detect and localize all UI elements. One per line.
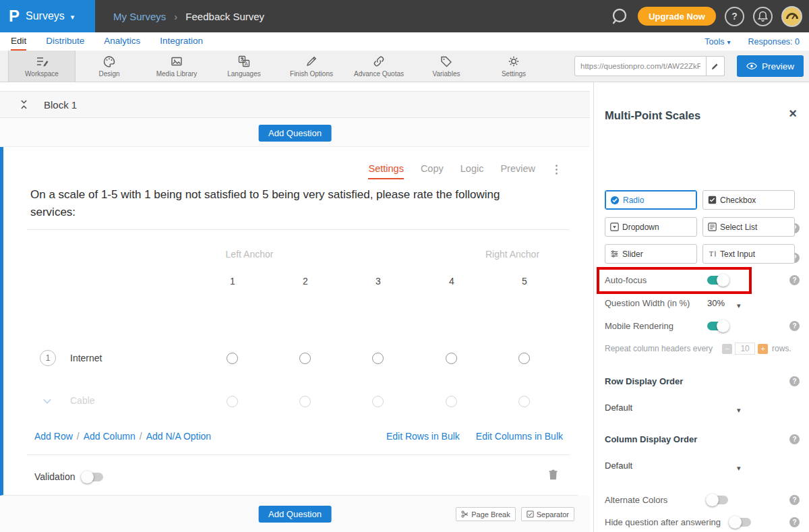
radio-internet-1[interactable] bbox=[227, 353, 238, 364]
row-label-internet[interactable]: Internet bbox=[70, 353, 102, 363]
column-header-4[interactable]: 4 bbox=[435, 276, 469, 287]
add-question-button-top[interactable]: Add Question bbox=[258, 125, 332, 142]
radio-internet-2[interactable] bbox=[299, 353, 311, 364]
tab-distribute[interactable]: Distribute bbox=[46, 32, 84, 51]
validation-toggle[interactable] bbox=[82, 473, 103, 481]
notifications-button[interactable] bbox=[753, 7, 773, 26]
product-switcher[interactable]: P Surveys ▾ bbox=[0, 0, 95, 32]
add-row-link[interactable]: Add Row bbox=[34, 431, 73, 442]
edit-columns-in-bulk-link[interactable]: Edit Columns in Bulk bbox=[476, 431, 563, 442]
help-icon[interactable]: ? bbox=[789, 517, 800, 527]
toolbar-item-media-library[interactable]: Media Library bbox=[143, 51, 210, 82]
question-tab-settings[interactable]: Settings bbox=[368, 163, 403, 179]
radio-internet-3[interactable] bbox=[372, 353, 384, 364]
row-display-order-select[interactable]: Default ▾ bbox=[605, 401, 800, 414]
radio-internet-4[interactable] bbox=[446, 353, 457, 364]
alternate-colors-toggle[interactable] bbox=[707, 496, 728, 504]
edit-url-button[interactable] bbox=[707, 56, 725, 76]
share-url-input[interactable] bbox=[574, 56, 707, 76]
radio-internet-5[interactable] bbox=[518, 353, 530, 364]
answer-type-dropdown[interactable]: Dropdown bbox=[605, 217, 697, 237]
repeat-headers-input[interactable] bbox=[735, 343, 755, 355]
column-display-order-select[interactable]: Default ▾ bbox=[605, 459, 800, 472]
radio-cable-3[interactable] bbox=[372, 396, 384, 407]
gauge-icon bbox=[784, 8, 800, 24]
column-header-1[interactable]: 1 bbox=[216, 276, 249, 287]
add-question-button-bottom[interactable]: Add Question bbox=[258, 506, 332, 523]
breadcrumb-my-surveys[interactable]: My Surveys bbox=[113, 11, 166, 22]
tools-menu[interactable]: Tools▾ bbox=[705, 37, 730, 47]
responses-count[interactable]: Responses: 0 bbox=[748, 37, 800, 47]
answer-type-radio[interactable]: Radio bbox=[605, 190, 697, 210]
tab-analytics[interactable]: Analytics bbox=[104, 32, 140, 51]
add-na-option-link[interactable]: Add N/A Option bbox=[146, 431, 212, 442]
tab-edit[interactable]: Edit bbox=[11, 32, 26, 51]
help-icon[interactable]: ? bbox=[789, 376, 800, 386]
separator-icon bbox=[527, 510, 534, 518]
tab-integration[interactable]: Integration bbox=[160, 32, 203, 51]
help-icon[interactable]: ? bbox=[789, 275, 800, 285]
question-tab-logic[interactable]: Logic bbox=[460, 163, 484, 179]
upgrade-now-button[interactable]: Upgrade Now bbox=[638, 7, 716, 26]
user-avatar[interactable] bbox=[781, 6, 802, 27]
help-icon[interactable]: ? bbox=[789, 495, 800, 505]
hide-question-toggle[interactable] bbox=[730, 518, 751, 527]
slash-separator: / bbox=[140, 431, 142, 442]
divider bbox=[27, 229, 570, 230]
row-label-cable[interactable]: Cable bbox=[70, 395, 95, 406]
search-icon[interactable] bbox=[611, 7, 629, 26]
question-width-value[interactable]: 30% bbox=[707, 298, 725, 308]
question-text[interactable]: On a scale of 1-5 with 1 being not satis… bbox=[30, 186, 548, 222]
increment-button[interactable]: + bbox=[758, 344, 768, 354]
toolbar-item-variables[interactable]: Variables bbox=[413, 51, 480, 82]
auto-focus-label: Auto-focus bbox=[605, 275, 647, 285]
toolbar-item-settings[interactable]: Settings bbox=[480, 51, 547, 82]
preview-button[interactable]: Preview bbox=[737, 55, 804, 77]
help-icon[interactable]: ? bbox=[789, 321, 800, 331]
edit-rows-in-bulk-link[interactable]: Edit Rows in Bulk bbox=[386, 431, 460, 442]
question-tab-copy[interactable]: Copy bbox=[421, 163, 444, 179]
help-button[interactable]: ? bbox=[725, 7, 744, 26]
separator-button[interactable]: Separator bbox=[521, 507, 574, 521]
right-anchor-label[interactable]: Right Anchor bbox=[465, 249, 560, 260]
answer-type-slider[interactable]: Slider bbox=[605, 244, 697, 264]
toolbar-item-design[interactable]: Design bbox=[76, 51, 143, 82]
row-number-badge[interactable]: 1 bbox=[40, 350, 56, 366]
radio-cable-1[interactable] bbox=[227, 396, 238, 407]
delete-question-button[interactable] bbox=[547, 468, 559, 483]
question-width-row: Question Width (in %) 30% ▾ bbox=[605, 296, 800, 309]
answer-type-checkbox[interactable]: Checkbox bbox=[702, 190, 795, 210]
mobile-rendering-toggle[interactable] bbox=[707, 322, 728, 330]
translate-icon: A bbox=[237, 55, 251, 68]
check-circle-icon bbox=[610, 196, 620, 205]
repeat-headers-row: Repeat column headers every − + rows. bbox=[605, 342, 800, 355]
toolbar-item-languages[interactable]: A Languages bbox=[210, 51, 278, 82]
chevron-down-icon[interactable]: ▾ bbox=[737, 301, 741, 310]
radio-cable-2[interactable] bbox=[299, 396, 311, 407]
answer-type-select-list[interactable]: Select List bbox=[702, 217, 795, 237]
toolbar-item-finish-options[interactable]: Finish Options bbox=[278, 51, 345, 82]
toolbar-item-advance-quotas[interactable]: Advance Quotas bbox=[345, 51, 413, 82]
radio-cable-4[interactable] bbox=[446, 396, 457, 407]
chevron-down-icon: ▾ bbox=[727, 38, 731, 46]
block-title: Block 1 bbox=[44, 99, 77, 111]
radio-cable-5[interactable] bbox=[518, 396, 530, 407]
column-header-2[interactable]: 2 bbox=[289, 276, 322, 287]
page-break-button[interactable]: Page Break bbox=[456, 507, 515, 521]
questionpro-logo: P bbox=[9, 7, 20, 26]
column-header-3[interactable]: 3 bbox=[361, 276, 395, 287]
left-anchor-label[interactable]: Left Anchor bbox=[202, 249, 297, 260]
toolbar-item-workspace[interactable]: Workspace bbox=[8, 51, 76, 82]
decrement-button[interactable]: − bbox=[722, 344, 732, 354]
answer-type-text-input[interactable]: T Text Input bbox=[702, 244, 795, 264]
chevron-down-icon[interactable] bbox=[42, 396, 53, 409]
question-more-menu[interactable] bbox=[555, 163, 558, 179]
link-icon bbox=[372, 55, 386, 68]
auto-focus-toggle[interactable] bbox=[707, 276, 728, 285]
close-icon[interactable]: × bbox=[789, 107, 797, 120]
add-column-link[interactable]: Add Column bbox=[84, 431, 136, 442]
column-header-5[interactable]: 5 bbox=[508, 276, 541, 287]
collapse-block-button[interactable] bbox=[19, 98, 29, 111]
help-icon[interactable]: ? bbox=[789, 434, 800, 444]
question-tab-preview[interactable]: Preview bbox=[500, 163, 535, 179]
